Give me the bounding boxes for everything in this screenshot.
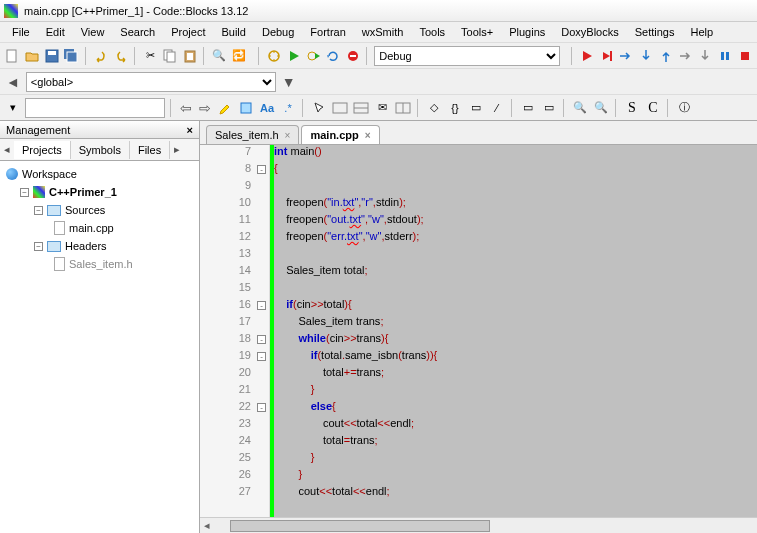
search-input[interactable] bbox=[25, 98, 165, 118]
match-case-icon[interactable]: Aa bbox=[258, 99, 276, 117]
fold-icon[interactable]: - bbox=[257, 403, 266, 412]
step-into-instr-icon[interactable] bbox=[697, 47, 714, 65]
code-line[interactable]: else{ bbox=[274, 400, 757, 417]
code-line[interactable]: freopen("err.txt","w",stderr); bbox=[274, 230, 757, 247]
run-icon[interactable] bbox=[286, 47, 303, 65]
stop-debug-icon[interactable] bbox=[736, 47, 753, 65]
menu-settings[interactable]: Settings bbox=[627, 24, 683, 40]
paste-icon[interactable] bbox=[181, 47, 198, 65]
zoom-out-icon[interactable]: 🔍 bbox=[592, 99, 610, 117]
menu-tools+[interactable]: Tools+ bbox=[453, 24, 501, 40]
step-out-icon[interactable] bbox=[658, 47, 675, 65]
highlight-icon[interactable] bbox=[216, 99, 234, 117]
code-area[interactable]: 78-910111213141516-1718-19-202122-232425… bbox=[200, 145, 757, 517]
code-line[interactable]: freopen("in.txt","r",stdin); bbox=[274, 196, 757, 213]
box4-icon[interactable]: ▭ bbox=[467, 99, 485, 117]
h-scrollbar[interactable]: ◂ bbox=[200, 517, 757, 533]
fold-icon[interactable]: - bbox=[257, 301, 266, 310]
menu-help[interactable]: Help bbox=[682, 24, 721, 40]
run-to-cursor-icon[interactable] bbox=[598, 47, 615, 65]
menu-edit[interactable]: Edit bbox=[38, 24, 73, 40]
mgmt-tab-right-icon[interactable]: ▸ bbox=[170, 143, 184, 156]
cut-icon[interactable]: ✂ bbox=[142, 47, 159, 65]
tree-workspace[interactable]: Workspace bbox=[22, 168, 77, 180]
menu-tools[interactable]: Tools bbox=[411, 24, 453, 40]
fold-icon[interactable]: - bbox=[257, 165, 266, 174]
code-line[interactable]: while(cin>>trans){ bbox=[274, 332, 757, 349]
code-line[interactable] bbox=[274, 281, 757, 298]
box6-icon[interactable]: ▭ bbox=[540, 99, 558, 117]
open-icon[interactable] bbox=[24, 47, 41, 65]
regex-icon[interactable]: .* bbox=[279, 99, 297, 117]
replace-icon[interactable]: 🔁 bbox=[230, 47, 247, 65]
save-icon[interactable] bbox=[43, 47, 60, 65]
code-line[interactable]: } bbox=[274, 451, 757, 468]
tree-folder-headers[interactable]: Headers bbox=[65, 240, 107, 252]
box3-icon[interactable] bbox=[394, 99, 412, 117]
brackets-icon[interactable]: {} bbox=[446, 99, 464, 117]
mgmt-tab-symbols[interactable]: Symbols bbox=[71, 141, 130, 159]
code-line[interactable]: int main() bbox=[274, 145, 757, 162]
envelope-icon[interactable]: ✉ bbox=[373, 99, 391, 117]
menu-fortran[interactable]: Fortran bbox=[302, 24, 353, 40]
break-debug-icon[interactable] bbox=[717, 47, 734, 65]
scroll-thumb[interactable] bbox=[230, 520, 490, 532]
debug-run-icon[interactable] bbox=[579, 47, 596, 65]
code-line[interactable]: total+=trans; bbox=[274, 366, 757, 383]
new-file-icon[interactable] bbox=[4, 47, 21, 65]
menu-file[interactable]: File bbox=[4, 24, 38, 40]
build-target-combo[interactable]: Debug bbox=[374, 46, 560, 66]
editor-tab[interactable]: Sales_item.h× bbox=[206, 125, 299, 144]
menu-search[interactable]: Search bbox=[112, 24, 163, 40]
menu-debug[interactable]: Debug bbox=[254, 24, 302, 40]
menu-wxsmith[interactable]: wxSmith bbox=[354, 24, 412, 40]
management-close-icon[interactable]: × bbox=[187, 124, 193, 136]
zoom-in-icon[interactable]: 🔍 bbox=[571, 99, 589, 117]
fold-icon[interactable]: - bbox=[257, 335, 266, 344]
code-line[interactable]: if(total.same_isbn(trans)){ bbox=[274, 349, 757, 366]
nav-back-icon[interactable]: ⇦ bbox=[180, 100, 192, 116]
cursor-icon[interactable] bbox=[310, 99, 328, 117]
find-icon[interactable]: 🔍 bbox=[211, 47, 228, 65]
box2-icon[interactable] bbox=[352, 99, 370, 117]
info-icon[interactable]: ⓘ bbox=[675, 99, 693, 117]
dropdown-icon[interactable]: ▾ bbox=[4, 99, 22, 117]
code-line[interactable] bbox=[274, 247, 757, 264]
code-line[interactable]: if(cin>>total){ bbox=[274, 298, 757, 315]
scope-combo[interactable]: <global> bbox=[26, 72, 276, 92]
code-line[interactable]: Sales_item trans; bbox=[274, 315, 757, 332]
tree-file[interactable]: Sales_item.h bbox=[69, 258, 133, 270]
code-line[interactable]: } bbox=[274, 383, 757, 400]
code-line[interactable]: total=trans; bbox=[274, 434, 757, 451]
fold-icon[interactable]: - bbox=[257, 352, 266, 361]
diamond-icon[interactable]: ◇ bbox=[425, 99, 443, 117]
menu-project[interactable]: Project bbox=[163, 24, 213, 40]
source-s-icon[interactable]: S bbox=[623, 99, 641, 117]
tree-file[interactable]: main.cpp bbox=[69, 222, 114, 234]
source-c-icon[interactable]: C bbox=[644, 99, 662, 117]
box1-icon[interactable] bbox=[331, 99, 349, 117]
expand-icon[interactable]: − bbox=[34, 242, 43, 251]
copy-icon[interactable] bbox=[162, 47, 179, 65]
step-into-icon[interactable] bbox=[638, 47, 655, 65]
undo-icon[interactable] bbox=[93, 47, 110, 65]
nav-fwd-icon[interactable]: ⇨ bbox=[199, 100, 211, 116]
next-instr-icon[interactable] bbox=[677, 47, 694, 65]
code-line[interactable]: { bbox=[274, 162, 757, 179]
expand-icon[interactable]: − bbox=[34, 206, 43, 215]
build-run-icon[interactable] bbox=[305, 47, 322, 65]
editor-tab[interactable]: main.cpp× bbox=[301, 125, 379, 144]
abort-icon[interactable] bbox=[345, 47, 362, 65]
next-line-icon[interactable] bbox=[618, 47, 635, 65]
menu-view[interactable]: View bbox=[73, 24, 113, 40]
code-line[interactable] bbox=[274, 179, 757, 196]
scope-prev-icon[interactable]: ◄ bbox=[6, 74, 20, 90]
code-line[interactable]: cout<<total<<endl; bbox=[274, 417, 757, 434]
select-icon[interactable] bbox=[237, 99, 255, 117]
scroll-left-icon[interactable]: ◂ bbox=[200, 519, 214, 532]
mgmt-tab-projects[interactable]: Projects bbox=[14, 141, 71, 159]
tree-folder-sources[interactable]: Sources bbox=[65, 204, 105, 216]
tree-project[interactable]: C++Primer_1 bbox=[49, 186, 117, 198]
tab-close-icon[interactable]: × bbox=[285, 130, 291, 141]
redo-icon[interactable] bbox=[112, 47, 129, 65]
